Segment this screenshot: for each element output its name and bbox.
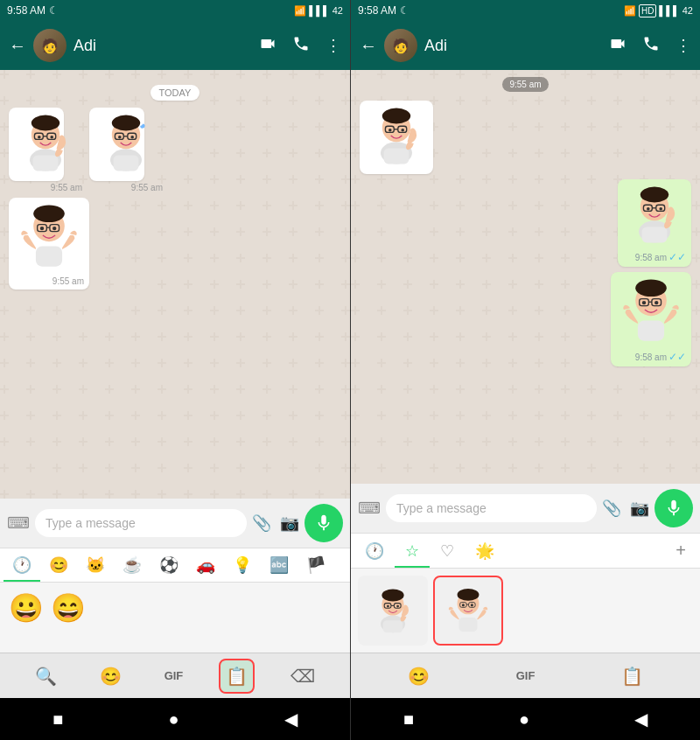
sticker-tabs-right: 🕐 ☆ ♡ 🌟 + — [351, 534, 700, 569]
emoji-grinning[interactable]: 😀 — [9, 591, 44, 644]
svg-rect-18 — [36, 247, 62, 267]
keyboard-icon-right[interactable]: ⌨ — [358, 499, 381, 518]
svg-point-33 — [401, 129, 404, 132]
status-time-right: 9:58 AM ☾ — [358, 4, 410, 17]
svg-point-63 — [458, 589, 480, 601]
received-thumbsup-bubble — [360, 101, 433, 174]
sticker-tab-recent[interactable]: 🕐 — [354, 534, 395, 568]
svg-point-41 — [647, 207, 650, 211]
emoji-tab-food[interactable]: ☕ — [114, 548, 150, 582]
avatar-right[interactable]: 🧑 — [384, 29, 417, 62]
phone-icon-right[interactable] — [642, 35, 660, 57]
message-input-right[interactable]: Type a message — [386, 494, 597, 522]
emoji-tab-sports[interactable]: ⚽ — [150, 548, 187, 582]
kb-gif-label-right[interactable]: GIF — [509, 662, 542, 689]
nav-square-right[interactable]: ■ — [382, 702, 435, 737]
mic-button-right[interactable] — [654, 489, 693, 527]
avatar-image-right: 🧑 — [384, 29, 417, 62]
msg-time-2: 9:55 am — [89, 183, 163, 192]
sent-shrug-svg — [616, 276, 686, 346]
svg-point-20 — [33, 205, 65, 222]
video-call-icon-right[interactable] — [609, 35, 626, 57]
emoji-tab-objects[interactable]: 💡 — [224, 548, 261, 582]
sticker-tab-sparkle[interactable]: 🌟 — [465, 534, 505, 568]
msg-time-3: 9:55 am — [14, 276, 84, 286]
message-input-left[interactable]: Type a message — [35, 509, 247, 537]
kb-sticker-icon-right[interactable]: 📋 — [614, 659, 650, 694]
svg-point-28 — [382, 108, 410, 124]
emoji-tab-emoji[interactable]: 😊 — [40, 548, 77, 582]
kb-delete-icon[interactable]: ⌫ — [284, 659, 322, 694]
emoji-tab-flags[interactable]: 🏴 — [298, 548, 334, 582]
keyboard-icon-left[interactable]: ⌨ — [7, 513, 30, 533]
phone-icon-left[interactable] — [292, 35, 310, 57]
attach-icon-left[interactable]: 📎 — [252, 513, 271, 533]
kb-emoji-icon-right[interactable]: 😊 — [401, 659, 437, 694]
chat-header-right: ← 🧑 Adi ⋮ — [351, 21, 700, 70]
center-time-badge: 9:55 am — [502, 77, 548, 92]
kb-emoji-icon[interactable]: 😊 — [93, 659, 129, 694]
mic-button-left[interactable] — [304, 504, 343, 542]
chat-area-left: TODAY — [0, 70, 350, 499]
center-time-right: 9:55 am — [360, 77, 691, 95]
emoji-tab-recent[interactable]: 🕐 — [4, 548, 40, 582]
nav-square-left[interactable]: ■ — [32, 702, 84, 737]
sticker-tab-heart[interactable]: ♡ — [430, 534, 465, 568]
sticker-thumb-shrug[interactable] — [433, 576, 503, 646]
sticker-tab-star[interactable]: ☆ — [395, 534, 430, 568]
svg-point-59 — [396, 605, 399, 608]
sticker-add-button[interactable]: + — [665, 534, 696, 568]
camera-icon-right[interactable]: 📷 — [630, 499, 649, 518]
emoji-tab-animals[interactable]: 🐱 — [77, 548, 114, 582]
svg-rect-43 — [642, 227, 668, 242]
thumbsup-sticker-right — [365, 104, 428, 167]
input-icons-right: 📎 📷 — [602, 499, 649, 518]
more-icon-left[interactable]: ⋮ — [326, 36, 341, 55]
input-area-right: ⌨ Type a message 📎 📷 — [351, 484, 700, 533]
svg-point-58 — [387, 605, 389, 608]
right-phone-panel: 9:58 AM ☾ 📶 HD ▌▌▌ 42 ← 🧑 Adi ⋮ — [350, 0, 700, 740]
status-bar-left: 9:58 AM ☾ 📶 ▌▌▌ 42 — [0, 0, 350, 21]
checkmark-2: ✓✓ — [668, 351, 686, 363]
more-icon-right[interactable]: ⋮ — [676, 36, 691, 55]
signal-icon-right: ▌▌▌ — [659, 5, 679, 16]
msg-sent-thumbsup-right: 9:58 am ✓✓ — [360, 179, 691, 267]
nav-bar-left: ■ ● ◀ — [0, 698, 350, 740]
emoji-tab-travel[interactable]: 🚗 — [187, 548, 224, 582]
keyboard-bar-left: 🔍 😊 GIF 📋 ⌫ — [0, 653, 350, 698]
sent-thumbsup-bubble: 9:58 am ✓✓ — [618, 179, 691, 267]
svg-point-7 — [50, 136, 53, 139]
emoji-grin[interactable]: 😄 — [51, 591, 86, 644]
nav-triangle-left[interactable]: ◀ — [263, 702, 318, 737]
kb-gif-label[interactable]: GIF — [158, 662, 191, 689]
emoji-tab-symbols[interactable]: 🔤 — [261, 548, 298, 582]
time-left: 9:58 AM — [7, 4, 46, 17]
nav-circle-left[interactable]: ● — [147, 702, 200, 737]
camera-icon-left[interactable]: 📷 — [280, 513, 299, 533]
input-placeholder-left: Type a message — [46, 516, 136, 530]
sent-shrug-time: 9:58 am ✓✓ — [616, 351, 686, 363]
svg-rect-61 — [458, 618, 477, 632]
emoji-panel-left: 🕐 😊 🐱 ☕ ⚽ 🚗 💡 🔤 🏴 😀 😄 — [0, 548, 350, 653]
back-button-right[interactable]: ← — [360, 36, 377, 56]
svg-point-50 — [642, 301, 646, 304]
svg-point-42 — [659, 207, 662, 211]
sticker-thumb-shrug-svg — [444, 586, 493, 635]
msg-shrug-received: 9:55 am — [9, 198, 341, 290]
moon-icon: ☾ — [49, 4, 59, 17]
kb-sticker-icon[interactable]: 📋 — [219, 659, 255, 694]
attach-icon-right[interactable]: 📎 — [602, 499, 621, 518]
sticker-thumb-thumbsup[interactable] — [358, 576, 428, 646]
video-call-icon-left[interactable] — [259, 35, 276, 57]
shrug-sticker-svg — [14, 201, 84, 271]
contact-name-left[interactable]: Adi — [74, 37, 252, 55]
contact-name-right[interactable]: Adi — [424, 37, 602, 55]
kb-search-icon[interactable]: 🔍 — [28, 659, 64, 694]
moon-icon-right: ☾ — [400, 4, 410, 17]
back-button-left[interactable]: ← — [9, 36, 26, 56]
svg-rect-60 — [383, 620, 402, 632]
nav-triangle-right[interactable]: ◀ — [613, 702, 668, 737]
avatar-left[interactable]: 🧑 — [33, 29, 66, 62]
svg-rect-17 — [114, 155, 139, 171]
nav-circle-right[interactable]: ● — [498, 702, 550, 737]
